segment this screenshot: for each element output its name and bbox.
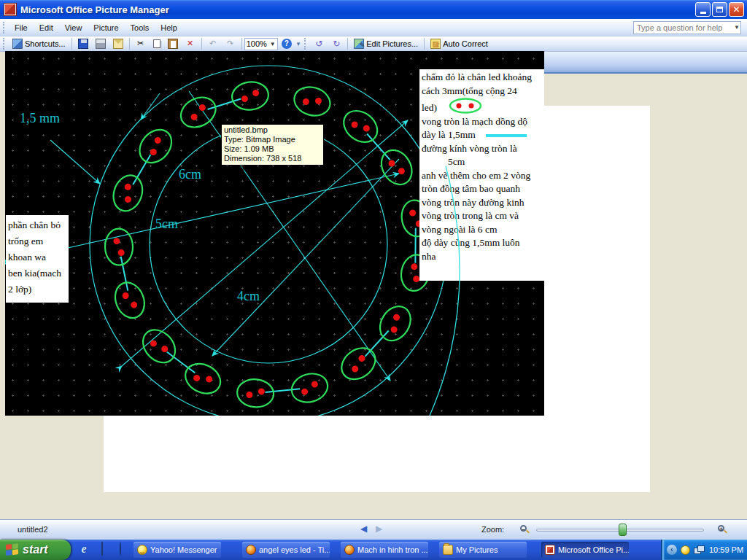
taskbar-button-yahoo-messenger[interactable]: Yahoo! Messenger <box>133 542 221 558</box>
picture-view-area: 6cm5cm4cm1,5 mm phần chân bỏ trống em kh… <box>0 52 747 519</box>
note-line: 2 lớp) <box>8 281 67 298</box>
note-line: vòng tròn này đường kinh <box>422 196 544 210</box>
menu-edit[interactable]: Edit <box>34 20 59 35</box>
undo-button[interactable]: ↶ <box>204 37 222 50</box>
toolbar-grip <box>304 38 307 50</box>
mail-button[interactable] <box>109 37 127 50</box>
led-marker <box>336 342 382 386</box>
shortcuts-icon <box>12 39 23 49</box>
minimize-button[interactable] <box>695 2 711 17</box>
start-button[interactable]: start <box>0 540 71 560</box>
previous-picture-button[interactable]: ◀ <box>360 524 367 534</box>
save-button[interactable] <box>74 37 92 50</box>
led-connector-line <box>167 352 195 373</box>
taskbar-button-angel-eyes-led[interactable]: angel eyes led - Ti... <box>242 542 330 558</box>
print-button[interactable] <box>92 37 109 50</box>
picture-navigation: ◀ ▶ <box>360 524 382 534</box>
delete-icon: ✕ <box>185 39 196 49</box>
redo-button[interactable]: ↷ <box>222 37 239 50</box>
rotate-left-button[interactable]: ↺ <box>310 37 328 50</box>
tray-network-icon[interactable] <box>694 545 704 554</box>
tooltip-type: Type: Bitmap Image <box>224 135 321 144</box>
zoom-out-button[interactable]: – <box>520 525 529 534</box>
screenshot-blue-band <box>544 52 747 74</box>
note-line: 5cm <box>422 155 544 169</box>
menu-view[interactable]: View <box>59 20 88 35</box>
dimension-line <box>50 140 100 184</box>
menu-help[interactable]: Help <box>155 20 183 35</box>
internet-explorer-icon[interactable]: e <box>77 542 90 556</box>
mail-icon <box>113 39 123 49</box>
note-line: vòng tròn trong là cm và <box>422 209 544 223</box>
note-line: độ dày cũng 1,5mm luôn <box>422 236 544 250</box>
help-button[interactable]: ? <box>278 37 295 50</box>
edit-pictures-button[interactable]: Edit Pictures... <box>350 37 422 50</box>
copy-button[interactable] <box>150 37 164 50</box>
dimension-line <box>141 93 160 120</box>
zoom-combo[interactable]: 100% ▼ <box>244 38 278 50</box>
menu-tools[interactable]: Tools <box>125 20 155 35</box>
next-picture-button[interactable]: ▶ <box>376 524 382 534</box>
led-marker <box>109 171 147 215</box>
system-tray: ‹ 10:59 PM <box>661 540 747 560</box>
led-connector-line <box>266 389 301 392</box>
separator <box>71 38 72 50</box>
taskbar-button-picture-manager[interactable]: Microsoft Office Pi... <box>541 542 629 558</box>
copy-icon <box>153 39 160 48</box>
zoom-slider-thumb[interactable] <box>619 524 627 536</box>
media-player-icon[interactable] <box>114 542 127 556</box>
led-pair-icon <box>449 98 482 114</box>
menu-picture[interactable]: Picture <box>88 20 124 35</box>
save-icon <box>78 39 88 49</box>
desktop: Microsoft Office Picture Manager ✕ File … <box>0 0 747 560</box>
folder-icon <box>443 545 453 555</box>
taskbar-button-my-pictures[interactable]: My Pictures <box>439 542 527 558</box>
tooltip-size: Size: 1.09 MB <box>224 144 321 154</box>
edit-pictures-label: Edit Pictures... <box>366 39 418 48</box>
tray-collapse-icon[interactable]: ‹ <box>667 545 677 555</box>
note-line: vòng ngoài là 6 cm <box>422 223 544 237</box>
auto-correct-button[interactable]: ▨ Auto Correct <box>427 37 492 50</box>
redo-icon: ↷ <box>225 39 236 49</box>
zoom-label: Zoom: <box>481 525 504 534</box>
zoom-in-button[interactable]: + <box>718 525 727 534</box>
yahoo-messenger-icon <box>137 545 147 555</box>
firefox-icon <box>246 545 256 555</box>
thickness-label: 1,5 mm <box>20 111 60 125</box>
taskbar-button-mach-in-hinh-tron[interactable]: Mach in hinh tron ... <box>341 542 428 558</box>
auto-correct-label: Auto Correct <box>443 39 488 48</box>
led-marker <box>136 324 182 369</box>
cut-button[interactable]: ✂ <box>132 37 150 50</box>
main-toolbar: Shortcuts... ✂ ✕ ↶ ↷ 100% ▼ ? ▾ ↺ ↻ Edit… <box>0 36 747 52</box>
firefox-icon <box>344 545 355 555</box>
paste-button[interactable] <box>164 37 182 50</box>
note-line: khoan wa <box>8 249 67 265</box>
restore-button[interactable] <box>712 2 727 17</box>
help-question-input[interactable]: Type a question for help <box>633 21 741 34</box>
led-marker <box>110 278 150 322</box>
toolbar-overflow-icon[interactable]: ▾ <box>295 40 302 47</box>
delete-button[interactable]: ✕ <box>182 37 199 50</box>
led-marker <box>290 82 333 120</box>
dimension-label: 6cm <box>179 167 201 182</box>
zoom-dropdown-icon: ▼ <box>270 41 276 47</box>
separator <box>129 38 130 50</box>
viewed-image: 6cm5cm4cm1,5 mm phần chân bỏ trống em kh… <box>5 51 544 416</box>
led-marker <box>231 80 270 112</box>
note-line: nha <box>422 250 544 264</box>
task-label: angel eyes led - Ti... <box>259 545 330 554</box>
led-marker <box>338 104 384 149</box>
shortcuts-button[interactable]: Shortcuts... <box>9 37 69 50</box>
help-dropdown-icon[interactable]: ▼ <box>734 24 740 31</box>
edit-pictures-icon <box>354 39 364 49</box>
tray-yahoo-icon[interactable] <box>681 545 690 555</box>
cyan-line-icon <box>486 134 527 137</box>
menu-file[interactable]: File <box>9 20 34 35</box>
close-button[interactable]: ✕ <box>729 2 744 17</box>
tooltip-filename: untitled.bmp <box>224 125 321 135</box>
show-desktop-icon[interactable] <box>96 542 109 556</box>
task-label: My Pictures <box>456 545 498 554</box>
restore-icon <box>716 7 723 12</box>
led-connector-line <box>367 134 390 160</box>
rotate-right-button[interactable]: ↻ <box>328 37 345 50</box>
